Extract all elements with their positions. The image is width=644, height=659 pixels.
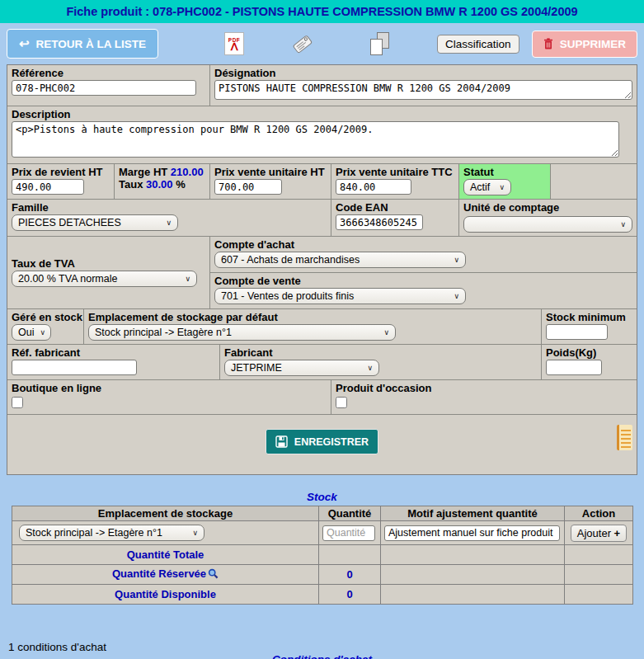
produit-occasion-checkbox[interactable] (336, 397, 347, 408)
gere-en-stock-label: Géré en stock (12, 311, 79, 323)
designation-textarea[interactable]: PISTONS HAUTE COMPRESSION BMW R 1200 GS … (214, 80, 632, 100)
stock-header-emplacement: Emplacement de stockage (12, 506, 319, 521)
toolbar: ↩ RETOUR À LA LISTE PDF ꓥ Classification (0, 23, 644, 64)
stock-motif-input[interactable] (384, 525, 560, 541)
poids-label: Poids(Kg) (546, 346, 632, 359)
statut-label: Statut (463, 166, 546, 178)
chevron-down-icon: ∨ (40, 328, 45, 337)
famille-label: Famille (12, 201, 327, 214)
stock-add-row: Stock principal -> Etagère n°1 ∨ Ajouter… (12, 521, 633, 545)
history-scroll-icon[interactable] (617, 425, 632, 450)
unite-comptage-label: Unité de comptage (463, 201, 632, 214)
reference-label: Référence (12, 67, 205, 79)
trash-icon (543, 38, 553, 49)
back-to-list-label: RETOUR À LA LISTE (36, 38, 147, 50)
code-ean-input[interactable] (336, 214, 423, 230)
unite-comptage-select[interactable]: ∨ (463, 216, 632, 233)
poids-input[interactable] (546, 360, 602, 375)
stock-header-action: Action (565, 506, 633, 521)
gere-en-stock-select[interactable]: Oui ∨ (12, 324, 51, 341)
ref-fabricant-label: Réf. fabricant (12, 346, 215, 359)
chevron-down-icon: ∨ (383, 328, 389, 337)
quantite-totale-value (319, 545, 381, 565)
delete-button[interactable]: SUPPRIMER (532, 31, 637, 58)
page-title: Fiche produit : 078-PHC002 - PISTONS HAU… (0, 0, 644, 23)
prix-revient-input[interactable] (12, 179, 84, 195)
product-form: Référence Désignation PISTONS HAUTE COMP… (7, 64, 637, 475)
quantite-reservee-value: 0 (319, 565, 381, 585)
chevron-down-icon: ∨ (620, 220, 626, 228)
reference-input[interactable] (12, 80, 196, 96)
back-to-list-button[interactable]: ↩ RETOUR À LA LISTE (7, 29, 158, 59)
stock-total-row: Quantité Totale (12, 545, 633, 565)
save-button[interactable]: ENREGISTRER (266, 429, 378, 454)
stock-available-row: Quantité Disponible 0 (12, 585, 633, 605)
code-ean-label: Code EAN (336, 201, 454, 214)
compte-achat-select[interactable]: 607 - Achats de marchandises ∨ (214, 252, 466, 268)
classification-button[interactable]: Classification (437, 35, 519, 54)
stock-emplacement-select[interactable]: Stock principal -> Etagère n°1 ∨ (19, 525, 204, 541)
taux-line: Taux 30.00 % (119, 178, 205, 191)
ref-fabricant-input[interactable] (12, 360, 137, 375)
quantite-reservee-label: Quantité Réservée (112, 567, 206, 580)
quantite-disponible-label: Quantité Disponible (12, 585, 319, 605)
fabricant-select[interactable]: JETPRIME ∨ (224, 360, 379, 376)
stock-add-button[interactable]: Ajouter + (571, 525, 627, 542)
description-textarea[interactable]: <p>Pistons à haute compression pour BMW … (12, 121, 619, 158)
prix-vente-ttc-input[interactable] (336, 179, 411, 195)
marge-value: 210.00 (171, 166, 204, 178)
chevron-down-icon: ∨ (192, 529, 198, 537)
stock-reserved-row: Quantité Réservée 0 (12, 565, 633, 585)
stock-header-quantite: Quantité (319, 506, 381, 521)
compte-vente-select[interactable]: 701 - Ventes de produits finis ∨ (214, 288, 466, 304)
boutique-en-ligne-checkbox[interactable] (12, 397, 23, 408)
conditions-section-title: Conditions d'achat (0, 653, 644, 659)
stock-minimum-input[interactable] (546, 324, 608, 340)
chevron-down-icon: ∨ (185, 275, 190, 283)
produit-occasion-label: Produit d'occasion (336, 382, 632, 394)
conditions-count: 1 conditions d'achat (8, 641, 644, 653)
marge-line: Marge HT 210.00 (119, 166, 205, 178)
designation-label: Désignation (214, 67, 632, 79)
save-label: ENREGISTRER (294, 436, 369, 448)
chevron-down-icon: ∨ (454, 256, 459, 264)
description-label: Description (12, 108, 632, 120)
pdf-export-icon[interactable]: PDF ꓥ (224, 32, 244, 55)
chevron-down-icon: ∨ (454, 292, 459, 300)
taux-value: 30.00 (146, 178, 173, 191)
back-arrow-icon: ↩ (19, 36, 30, 51)
stock-quantite-input[interactable] (322, 525, 375, 541)
chevron-down-icon: ∨ (166, 219, 172, 227)
compte-achat-label: Compte d'achat (214, 238, 632, 251)
quantite-disponible-value: 0 (319, 585, 381, 605)
emplacement-defaut-select[interactable]: Stock principal -> Etagère n°1 ∨ (88, 324, 396, 341)
prix-revient-label: Prix de revient HT (12, 166, 110, 178)
chevron-down-icon: ∨ (367, 364, 373, 372)
delete-label: SUPPRIMER (560, 38, 626, 50)
famille-select[interactable]: PIECES DETACHEES ∨ (12, 214, 178, 231)
prix-vente-ttc-label: Prix vente unitaire TTC (336, 166, 454, 178)
taux-tva-label: Taux de TVA (12, 257, 205, 270)
fabricant-label: Fabricant (224, 346, 537, 359)
label-tag-icon[interactable] (290, 32, 315, 55)
stock-header-motif: Motif ajustement quantité (381, 506, 565, 521)
stock-table: Emplacement de stockage Quantité Motif a… (12, 506, 633, 605)
magnifier-icon[interactable] (208, 569, 219, 581)
boutique-en-ligne-label: Boutique en ligne (12, 382, 327, 394)
floppy-disk-icon (275, 435, 288, 448)
prix-vente-ht-input[interactable] (214, 179, 282, 195)
quantite-totale-label: Quantité Totale (12, 545, 319, 565)
prix-vente-ht-label: Prix vente unitaire HT (214, 166, 327, 178)
statut-select[interactable]: Actif ∨ (463, 179, 511, 195)
emplacement-defaut-label: Emplacement de stockage par défaut (88, 311, 537, 323)
compte-vente-label: Compte de vente (214, 275, 632, 287)
stock-minimum-label: Stock minimum (546, 311, 632, 323)
chevron-down-icon: ∨ (499, 183, 505, 191)
stock-section-title: Stock (0, 491, 644, 503)
duplicate-icon[interactable] (369, 32, 389, 55)
plus-icon: + (614, 527, 621, 539)
taux-tva-select[interactable]: 20.00 % TVA normale ∨ (12, 271, 197, 287)
